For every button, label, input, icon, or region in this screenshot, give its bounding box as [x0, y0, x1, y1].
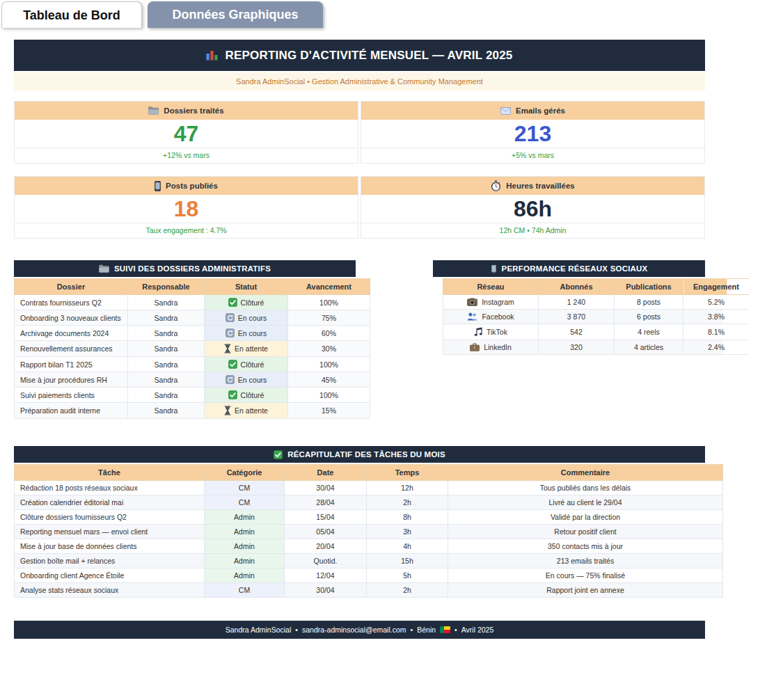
- temps-cell: 8h: [367, 510, 448, 525]
- avancement-cell: 15%: [288, 403, 370, 419]
- avancement-cell: 75%: [288, 310, 370, 326]
- commentaire-cell: 350 contacts mis à jour: [448, 539, 723, 554]
- tache-cell: Onboarding client Agence Étoile: [15, 568, 205, 583]
- table-row: Onboarding 3 nouveaux clientsSandraEn co…: [15, 310, 370, 326]
- commentaire-cell: Tous publiés dans les délais: [448, 481, 723, 495]
- footer-separator: •: [411, 626, 413, 634]
- statut-cell: Clôturé: [205, 295, 288, 310]
- table-row: Rapport bilan T1 2025SandraClôturé100%: [15, 357, 370, 372]
- responsable-cell: Sandra: [128, 388, 205, 403]
- status-badge: Clôturé: [207, 360, 285, 369]
- categorie-cell: Admin: [205, 525, 285, 539]
- kpi-label: Posts publiés: [166, 182, 218, 190]
- status-label: En cours: [238, 376, 267, 384]
- hourglass-icon: [224, 406, 231, 415]
- refresh-icon: [226, 328, 235, 337]
- kpi-value: 213: [361, 120, 704, 148]
- table-head: TâcheCatégorieDateTempsCommentaire: [15, 465, 723, 481]
- status-label: Clôturé: [241, 360, 264, 369]
- date-cell: 30/04: [285, 481, 367, 495]
- check-icon: [228, 298, 237, 307]
- column-header: Tâche: [15, 465, 205, 481]
- engagement-cell: 5.2%: [683, 295, 750, 310]
- tab-tableau-de-bord[interactable]: Tableau de Bord: [1, 1, 142, 28]
- kpi-header: Emails gérés: [361, 102, 704, 120]
- network-label: Instagram: [482, 298, 514, 306]
- tasks-section-title-text: RÉCAPITULATIF DES TÂCHES DU MOIS: [287, 450, 445, 459]
- refresh-icon: [226, 375, 235, 384]
- footer-separator: •: [295, 626, 298, 634]
- status-badge: Clôturé: [207, 390, 285, 399]
- tasks-section-title: RÉCAPITULATIF DES TÂCHES DU MOIS: [14, 446, 705, 463]
- categorie-cell: CM: [205, 583, 285, 598]
- footer-name: Sandra AdminSocial: [226, 626, 292, 634]
- dossiers-table: DossierResponsableStatutAvancementContra…: [14, 278, 370, 419]
- engagement-cell: 2.4%: [683, 340, 750, 355]
- network-cell: Facebook: [443, 310, 539, 324]
- avancement-cell: 100%: [288, 388, 370, 403]
- table-row: Facebook3 8706 posts3.8%: [443, 310, 750, 324]
- kpi-card: Posts publiés18Taux engagement : 4.7%: [14, 176, 358, 239]
- tache-cell: Reporting mensuel mars — envoi client: [15, 525, 205, 539]
- smartphone-icon: [491, 264, 497, 274]
- header-row: RéseauAbonnésPublicationsEngagement: [443, 279, 750, 295]
- music-note-icon: [474, 327, 482, 337]
- avancement-cell: 60%: [288, 326, 370, 341]
- temps-cell: 5h: [367, 568, 448, 583]
- footer-separator: •: [454, 626, 457, 634]
- kpi-footnote: +12% vs mars: [15, 148, 358, 163]
- table-body: Contrats fournisseurs Q2SandraClôturé100…: [15, 295, 370, 419]
- tache-cell: Clôture dossiers fournisseurs Q2: [15, 510, 205, 525]
- responsable-cell: Sandra: [128, 310, 205, 326]
- publications-cell: 4 reels: [615, 324, 683, 340]
- tab-bar: Tableau de Bord Données Graphiques: [0, 0, 783, 28]
- table-row: LinkedIn3204 articles2.4%: [443, 340, 750, 355]
- network: Instagram: [446, 298, 535, 306]
- report: REPORTING D'ACTIVITÉ MENSUEL — AVRIL 202…: [14, 40, 705, 639]
- tab-donnees-graphiques[interactable]: Données Graphiques: [148, 1, 323, 28]
- column-header: Responsable: [128, 279, 205, 295]
- table-row: Création calendrier éditorial maiCM28/04…: [15, 495, 723, 510]
- avancement-cell: 45%: [288, 372, 370, 388]
- status-badge: Clôturé: [207, 298, 285, 307]
- abonnes-cell: 542: [539, 324, 615, 340]
- commentaire-cell: Validé par la direction: [448, 510, 723, 525]
- status-label: En attente: [235, 406, 268, 415]
- table-row: Préparation audit interneSandraEn attent…: [15, 403, 370, 419]
- responsable-cell: Sandra: [128, 295, 205, 310]
- publications-cell: 6 posts: [615, 310, 683, 324]
- table-row: TikTok5424 reels8.1%: [443, 324, 750, 340]
- kpi-value: 86h: [361, 195, 704, 223]
- table-row: Renouvellement assurancesSandraEn attent…: [15, 341, 370, 357]
- kpi-footnote: 12h CM • 74h Admin: [361, 223, 704, 238]
- social-panel: PERFORMANCE RÉSEAUX SOCIAUX RéseauAbonné…: [433, 260, 705, 419]
- tache-cell: Gestion boîte mail + relances: [15, 554, 205, 568]
- avancement-cell: 100%: [288, 295, 370, 310]
- status-label: En attente: [235, 344, 268, 353]
- dossiers-section-title: SUIVI DES DOSSIERS ADMINISTRATIFS: [14, 260, 356, 277]
- smartphone-icon: [155, 181, 161, 191]
- dossier-cell: Archivage documents 2024: [15, 326, 128, 341]
- avancement-cell: 30%: [288, 341, 370, 357]
- commentaire-cell: 213 emails traités: [448, 554, 723, 568]
- statut-cell: En cours: [205, 372, 288, 388]
- report-subtitle: Sandra AdminSocial • Gestion Administrat…: [14, 72, 705, 90]
- kpi-card: Heures travaillées86h12h CM • 74h Admin: [361, 176, 705, 239]
- dossier-cell: Préparation audit interne: [15, 403, 128, 419]
- date-cell: 28/04: [285, 495, 367, 510]
- footer-period: Avril 2025: [461, 626, 494, 634]
- kpi-header: Heures travaillées: [361, 177, 704, 195]
- table-head: RéseauAbonnésPublicationsEngagement: [443, 279, 750, 295]
- social-section-title: PERFORMANCE RÉSEAUX SOCIAUX: [433, 260, 705, 277]
- check-icon: [274, 450, 283, 459]
- publications-cell: 4 articles: [615, 340, 683, 355]
- tasks-panel: RÉCAPITULATIF DES TÂCHES DU MOIS TâcheCa…: [14, 446, 705, 598]
- temps-cell: 3h: [367, 525, 448, 539]
- kpi-label: Emails gérés: [516, 106, 565, 115]
- temps-cell: 2h: [367, 495, 448, 510]
- engagement-cell: 8.1%: [683, 324, 750, 340]
- footer-email: sandra-adminsocial@email.com: [302, 626, 406, 634]
- column-header: Date: [285, 465, 367, 481]
- status-badge: En cours: [207, 375, 285, 384]
- statut-cell: Clôturé: [205, 388, 288, 403]
